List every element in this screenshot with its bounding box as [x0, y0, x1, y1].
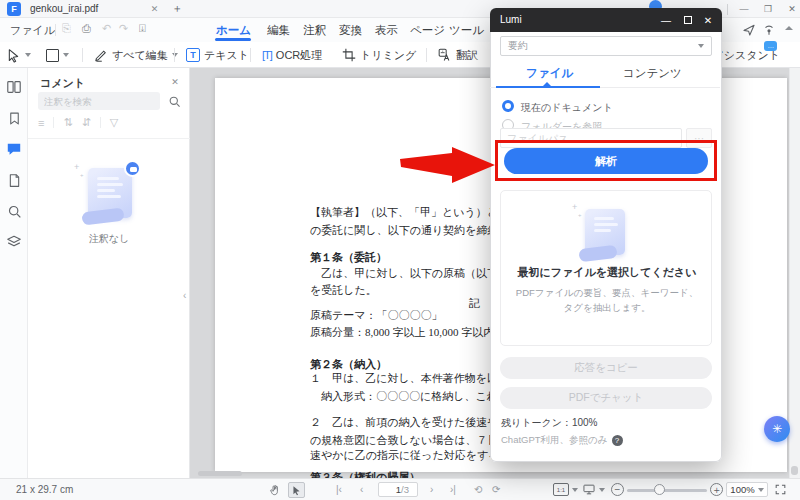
sidebar-item-layers[interactable] — [5, 233, 23, 251]
first-page-button[interactable]: |‹ — [336, 484, 342, 495]
presentation-mode-icon[interactable] — [582, 483, 596, 496]
sort-desc-icon[interactable]: ⇵ — [82, 116, 91, 129]
search-icon — [7, 204, 22, 219]
tab-tools[interactable]: ツール — [449, 23, 484, 38]
undo-icon[interactable]: ↶ — [102, 22, 111, 35]
sidebar-item-attachments[interactable] — [5, 171, 23, 189]
document-tab[interactable]: genkou_irai.pdf — [30, 3, 98, 14]
rotate-left-icon[interactable]: ⟲ — [474, 484, 482, 495]
doc-line: 原稿テーマ：「〇〇〇〇」 — [310, 308, 443, 323]
horizontal-scrollbar-thumb[interactable] — [198, 471, 242, 476]
translate-button[interactable]: 翻訳 — [438, 42, 478, 68]
zoom-in-button[interactable]: ＋ — [710, 483, 723, 496]
translate-icon — [438, 48, 452, 62]
comment-panel-close-icon[interactable]: ✕ — [168, 75, 182, 89]
pages-icon — [6, 79, 22, 95]
chevron-down-icon[interactable] — [599, 488, 605, 492]
tab-convert[interactable]: 変換 — [339, 23, 362, 38]
actual-size-button[interactable]: 1:1 — [553, 483, 569, 496]
crop-button[interactable]: トリミング — [342, 42, 416, 68]
panel-collapse-handle[interactable]: ‹ — [183, 290, 186, 301]
ocr-button[interactable]: [T] OCR処理 — [262, 42, 322, 68]
sidebar-item-comments[interactable] — [5, 140, 23, 158]
tab-close-icon[interactable]: ✕ — [148, 2, 161, 15]
customize-toolbar-icon[interactable]: ⍗ — [139, 22, 146, 35]
tab-edit[interactable]: 編集 — [267, 23, 290, 38]
redo-icon[interactable]: ↷ — [119, 22, 128, 35]
shape-tool-button[interactable] — [46, 42, 69, 68]
filter-icon[interactable]: ▽ — [110, 116, 118, 129]
rectangle-icon — [46, 49, 59, 62]
help-icon[interactable]: ? — [612, 435, 623, 446]
chevron-down-icon — [758, 488, 764, 492]
select-tool-button[interactable] — [6, 42, 31, 68]
zoom-out-button[interactable]: − — [611, 483, 624, 496]
sidebar-item-search[interactable] — [5, 202, 23, 220]
vertical-scrollbar[interactable] — [789, 68, 800, 478]
chat-with-pdf-button[interactable]: PDFでチャット — [500, 387, 712, 409]
app-logo-icon: F — [7, 2, 21, 16]
edit-all-button[interactable]: すべて編集 — [94, 42, 178, 68]
text-tool-label: テキスト — [204, 48, 249, 63]
rotate-right-icon[interactable]: ⟳ — [492, 484, 500, 495]
next-page-button[interactable]: › — [430, 484, 433, 495]
sidebar-rail — [0, 68, 28, 478]
last-page-button[interactable]: ›| — [450, 484, 456, 495]
scrollbar-thumb[interactable] — [791, 466, 798, 475]
translate-label: 翻訳 — [456, 48, 478, 63]
clipboard-icon[interactable]: ⎘ — [62, 22, 71, 35]
prompt-select[interactable]: 要約 — [500, 36, 712, 56]
zoom-slider-handle[interactable] — [654, 484, 665, 495]
chevron-down-icon[interactable] — [572, 488, 578, 492]
lumi-minimize-button[interactable]: — — [658, 13, 674, 27]
ocr-icon: [T] — [262, 49, 272, 61]
cast-icon[interactable] — [762, 23, 776, 37]
comment-search-input[interactable] — [38, 92, 160, 110]
zoom-level-select[interactable]: 100% — [726, 482, 768, 497]
print-icon[interactable]: ⎙ — [82, 22, 91, 35]
zoom-level-value: 100% — [730, 484, 754, 495]
divider — [727, 4, 728, 15]
lumi-tab-file[interactable]: ファイル — [526, 66, 573, 81]
copy-response-button[interactable]: 応答をコピー — [500, 357, 712, 379]
ai-floating-button[interactable]: ✳ — [764, 416, 790, 442]
app-window: F genkou_irai.pdf ✕ ＋ — ❐ ✕ ファイル ⎘ ⎙ ↶ ↷… — [0, 0, 800, 500]
page-number-input[interactable] — [387, 484, 401, 495]
comment-list-icon[interactable]: ≡ — [38, 117, 44, 129]
lumi-close-button[interactable]: ✕ — [700, 13, 716, 27]
sidebar-item-bookmarks[interactable] — [5, 109, 23, 127]
divider — [250, 48, 251, 62]
sidebar-item-thumbnails[interactable] — [5, 78, 23, 96]
select-tool-status-button[interactable] — [288, 482, 305, 498]
search-icon[interactable] — [168, 95, 181, 108]
radio-current-document[interactable] — [502, 100, 514, 112]
lumi-maximize-button[interactable] — [680, 13, 696, 27]
lumi-titlebar[interactable]: Lumi — ✕ — [490, 8, 722, 32]
hand-tool-button[interactable] — [266, 482, 283, 498]
text-icon: T — [186, 48, 200, 62]
lumi-tab-content[interactable]: コンテンツ — [623, 66, 682, 81]
prompt-selected-value: 要約 — [508, 39, 528, 53]
new-tab-button[interactable]: ＋ — [170, 1, 184, 15]
tab-annotate[interactable]: 注釈 — [303, 23, 326, 38]
collapse-toolbar-icon[interactable] — [785, 26, 793, 30]
menu-file[interactable]: ファイル — [10, 23, 55, 38]
zoom-slider-track[interactable] — [627, 489, 707, 492]
divider — [426, 48, 427, 62]
usage-note: ChatGPT利用、参照のみ ? — [501, 434, 623, 447]
window-restore-button[interactable]: ❐ — [760, 2, 776, 16]
active-tab-underline — [215, 38, 251, 41]
fullscreen-icon[interactable] — [774, 483, 787, 496]
comment-tools-row: ≡ ⇅ ⇵ ▽ — [38, 116, 118, 129]
previous-page-button[interactable]: ‹ — [360, 484, 363, 495]
window-minimize-button[interactable]: — — [736, 2, 752, 16]
sort-asc-icon[interactable]: ⇅ — [63, 116, 72, 129]
tab-page[interactable]: ページ — [410, 23, 445, 38]
tab-view[interactable]: 表示 — [375, 23, 398, 38]
tab-home[interactable]: ホーム — [216, 23, 251, 38]
window-close-button[interactable]: ✕ — [784, 2, 800, 16]
empty-state-title: 最初にファイルを選択してください — [501, 265, 713, 280]
share-icon[interactable] — [742, 23, 756, 37]
text-tool-button[interactable]: T テキスト — [186, 42, 249, 68]
layers-icon — [6, 234, 22, 250]
